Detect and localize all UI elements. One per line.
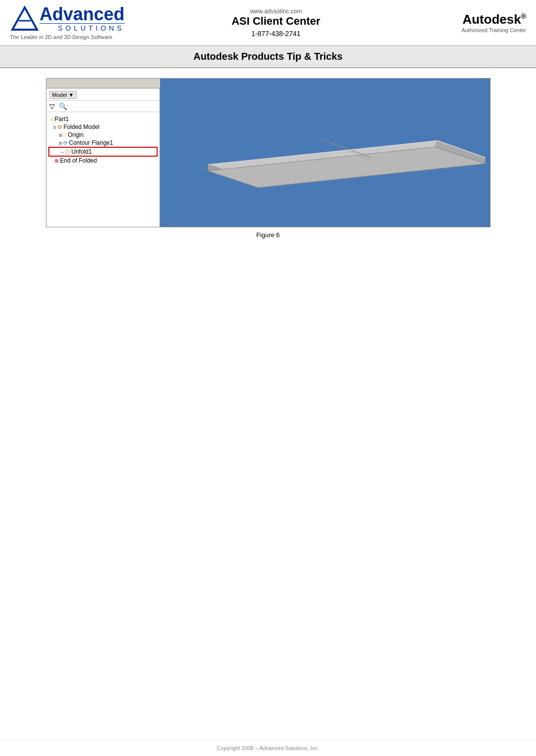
tree-item-label: Origin: [68, 131, 83, 138]
search-icon[interactable]: 🔍: [59, 102, 67, 110]
part-icon: ◁: [49, 116, 53, 123]
tree-item-label: Unfold1: [72, 148, 92, 155]
tree-item-label: Contour Flange1: [69, 139, 113, 146]
feature-tree-panel: Model ▼ ▽ 🔍 ◁ Part1 ⊟ ⚙ F: [46, 79, 160, 227]
tree-item-label: Part1: [55, 116, 69, 123]
svg-marker-0: [12, 7, 37, 30]
page-title: Autodesk Products Tip & Tricks: [0, 51, 536, 62]
feature-tree: ◁ Part1 ⊟ ⚙ Folded Model ⊞ □ Origin: [46, 112, 160, 168]
autodesk-brand: Autodesk®: [427, 12, 526, 27]
tree-item-part1[interactable]: ◁ Part1: [48, 115, 158, 123]
3d-viewport-svg: [160, 79, 490, 227]
autodesk-logo-area: Autodesk® Authorized Training Center: [427, 12, 526, 33]
authorized-training-text: Authorized Training Center: [427, 27, 526, 33]
center-info: www.advsolinc.com ASI Client Center 1-87…: [134, 8, 417, 38]
tree-item-contour-flange[interactable]: ⊞ ⟳ Contour Flange1: [48, 139, 158, 147]
tree-icon-bar: ▽ 🔍: [46, 101, 160, 112]
viewport-panel: [160, 79, 490, 227]
model-dropdown-button[interactable]: Model ▼: [49, 91, 77, 99]
tree-item-label: End of Folded: [60, 157, 97, 164]
website-link: www.advsolinc.com: [134, 8, 417, 15]
phone-number: 1-877-438-2741: [134, 30, 417, 38]
tree-expander: —: [61, 149, 64, 155]
page-title-bar: Autodesk Products Tip & Tricks: [0, 46, 536, 68]
page-header: Advanced SOLUTIONS The Leader in 2D and …: [0, 0, 536, 46]
tree-expander: ⊞: [59, 140, 62, 146]
folded-model-icon: ⚙: [57, 124, 62, 130]
unfold-icon: ⬡: [65, 149, 70, 155]
main-content: × ? Model ▼ ▽ 🔍 ◁ Part1: [0, 68, 536, 252]
page-footer: Copyright 2008 – Advanced Solutions, Inc…: [0, 740, 536, 756]
tree-item-folded-model[interactable]: ⊟ ⚙ Folded Model: [48, 123, 158, 131]
logo-area: Advanced SOLUTIONS The Leader in 2D and …: [10, 5, 124, 40]
logo-main: Advanced SOLUTIONS: [40, 5, 124, 32]
tree-expander: ⊟: [53, 125, 56, 130]
contour-flange-icon: ⟳: [63, 140, 68, 146]
tree-expander: ⊞: [59, 132, 62, 138]
tree-item-unfold1[interactable]: — ⬡ Unfold1: [48, 147, 158, 157]
filter-icon[interactable]: ▽: [49, 102, 55, 110]
footer-text: Copyright 2008 – Advanced Solutions, Inc…: [217, 745, 319, 751]
cad-window: × ? Model ▼ ▽ 🔍 ◁ Part1: [46, 78, 491, 227]
tree-item-label: Folded Model: [64, 124, 100, 130]
tagline: The Leader in 2D and 3D Design Software: [10, 34, 112, 40]
tree-toolbar: Model ▼: [46, 89, 160, 101]
origin-icon: □: [63, 132, 67, 138]
tree-item-origin[interactable]: ⊞ □ Origin: [48, 131, 158, 139]
figure-caption: Figure 6: [15, 227, 521, 243]
client-center-label: ASI Client Center: [134, 15, 417, 28]
tree-item-end-of-folded[interactable]: ⊗ End of Folded: [48, 157, 158, 165]
logo-icon: [10, 5, 40, 32]
end-of-folded-icon: ⊗: [54, 158, 59, 164]
